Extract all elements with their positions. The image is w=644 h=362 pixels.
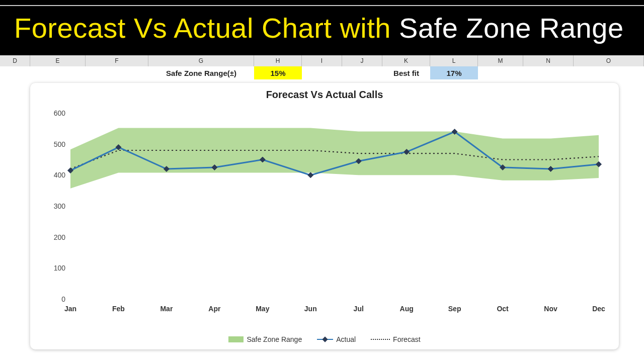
spreadsheet-area: DEFGHIJKLMNO Safe Zone Range(±)15%Best f… bbox=[0, 55, 644, 362]
cell-blank[interactable] bbox=[478, 66, 523, 79]
column-header-M[interactable]: M bbox=[478, 55, 523, 66]
column-header-H[interactable]: H bbox=[254, 55, 302, 66]
cell-blank[interactable] bbox=[0, 66, 30, 79]
legend-label-band: Safe Zone Range bbox=[247, 335, 302, 343]
banner-text: Forecast Vs Actual Chart with Safe Zone … bbox=[14, 12, 624, 44]
legend-actual: Actual bbox=[317, 335, 356, 343]
column-header-L[interactable]: L bbox=[430, 55, 478, 66]
legend-forecast: Forecast bbox=[371, 335, 420, 343]
column-header-K[interactable]: K bbox=[382, 55, 430, 66]
column-header-G[interactable]: G bbox=[148, 55, 254, 66]
column-header-N[interactable]: N bbox=[523, 55, 574, 66]
chart-title: Forecast Vs Actual Calls bbox=[30, 89, 619, 101]
x-tick-label: Jul bbox=[354, 305, 364, 313]
legend-swatch-band bbox=[228, 336, 244, 342]
column-header-F[interactable]: F bbox=[86, 55, 148, 66]
y-tick-label: 200 bbox=[54, 233, 66, 241]
legend-label-actual: Actual bbox=[336, 335, 356, 343]
y-tick-label: 500 bbox=[54, 140, 66, 148]
x-tick-label: Nov bbox=[544, 305, 557, 313]
chart-plot: 0100200300400500600JanFebMarAprMayJunJul… bbox=[40, 108, 609, 319]
y-tick-label: 100 bbox=[54, 264, 66, 272]
column-header-D[interactable]: D bbox=[0, 55, 30, 66]
legend-swatch-forecast bbox=[371, 339, 390, 340]
column-header-row: DEFGHIJKLMNO bbox=[0, 55, 644, 67]
y-tick-label: 300 bbox=[54, 202, 66, 210]
legend-label-forecast: Forecast bbox=[393, 335, 420, 343]
cell-blank[interactable] bbox=[574, 66, 644, 79]
legend-safe-zone: Safe Zone Range bbox=[228, 335, 302, 343]
cell-blank[interactable] bbox=[302, 66, 342, 79]
x-tick-label: Jun bbox=[304, 305, 317, 313]
safe-zone-value[interactable]: 15% bbox=[254, 66, 302, 79]
column-header-J[interactable]: J bbox=[342, 55, 382, 66]
legend-swatch-actual bbox=[317, 339, 333, 340]
y-tick-label: 400 bbox=[54, 171, 66, 179]
x-tick-label: Sep bbox=[448, 305, 461, 313]
title-banner: Forecast Vs Actual Chart with Safe Zone … bbox=[0, 0, 644, 55]
cell-blank[interactable] bbox=[342, 66, 382, 79]
banner-text-part1: Forecast Vs Actual Chart with bbox=[14, 12, 399, 44]
banner-text-part2: Safe Zone Range bbox=[399, 12, 623, 44]
safe-zone-band bbox=[70, 128, 599, 189]
chart-card: Forecast Vs Actual Calls 010020030040050… bbox=[30, 83, 619, 349]
column-header-I[interactable]: I bbox=[302, 55, 342, 66]
legend: Safe Zone Range Actual Forecast bbox=[30, 335, 619, 343]
cell-blank[interactable] bbox=[86, 66, 148, 79]
cell-blank[interactable] bbox=[30, 66, 86, 79]
x-tick-label: Jan bbox=[64, 305, 76, 313]
safe-zone-label[interactable]: Safe Zone Range(±) bbox=[148, 66, 254, 79]
actual-marker bbox=[308, 172, 313, 178]
x-tick-label: Dec bbox=[592, 305, 605, 313]
cell-blank[interactable] bbox=[523, 66, 574, 79]
y-tick-label: 600 bbox=[54, 109, 66, 117]
x-tick-label: Apr bbox=[208, 305, 221, 313]
column-header-O[interactable]: O bbox=[574, 55, 644, 66]
x-tick-label: Aug bbox=[400, 305, 414, 313]
best-fit-label[interactable]: Best fit bbox=[382, 66, 430, 79]
x-tick-label: Feb bbox=[112, 305, 125, 313]
y-tick-label: 0 bbox=[61, 295, 65, 303]
x-tick-label: May bbox=[256, 305, 269, 313]
x-tick-label: Mar bbox=[160, 305, 173, 313]
column-header-E[interactable]: E bbox=[30, 55, 86, 66]
best-fit-value[interactable]: 17% bbox=[430, 66, 478, 79]
parameter-row: Safe Zone Range(±)15%Best fit17% bbox=[0, 66, 644, 79]
x-tick-label: Oct bbox=[497, 305, 509, 313]
